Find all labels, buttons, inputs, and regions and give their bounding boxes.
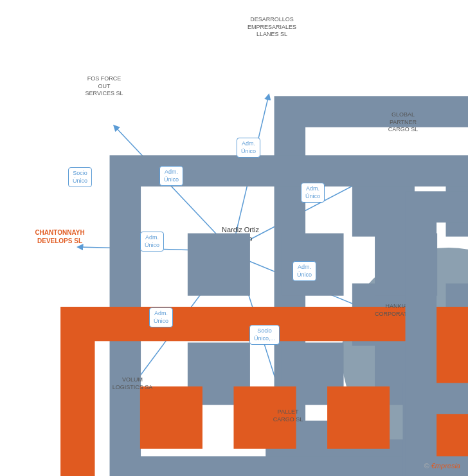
node-desarrollos: DESARROLLOS EMPRESARIALES LLANES SL: [243, 14, 301, 39]
watermark-brand: €mpresia: [431, 462, 460, 470]
node-volum: VOLUM LOGISTICS SA: [107, 374, 158, 391]
badge-socio-pallet: Socio Único,...: [249, 325, 280, 345]
node-pallet: PALLET CARGO SL: [262, 407, 314, 423]
watermark: © €mpresia: [424, 462, 460, 470]
node-fos: FOS FORCE OUT SERVICES SL: [78, 73, 130, 98]
badge-adm-desarrollos: Adm. Único: [237, 138, 260, 158]
badge-adm-global: Adm. Único: [301, 183, 325, 203]
node-chantonnayh: CHANTONNAYH DEVELOPS SL: [31, 226, 89, 245]
badge-adm-volum: Adm. Único: [149, 307, 173, 327]
badge-adm-chantonnayh: Adm. Único: [140, 232, 164, 252]
badge-adm-hankiang: Adm. Único: [292, 261, 316, 281]
svg-rect-57: [421, 207, 468, 476]
node-global: GLOBAL PARTNER CARGO SL: [374, 109, 432, 134]
badge-socio-fos: Socio Único: [68, 167, 92, 187]
diagram-canvas: Nardiz Ortiz Alfonso DESARROLLOS EMPRESA…: [0, 0, 468, 476]
badge-adm-fos: Adm. Único: [159, 166, 183, 186]
